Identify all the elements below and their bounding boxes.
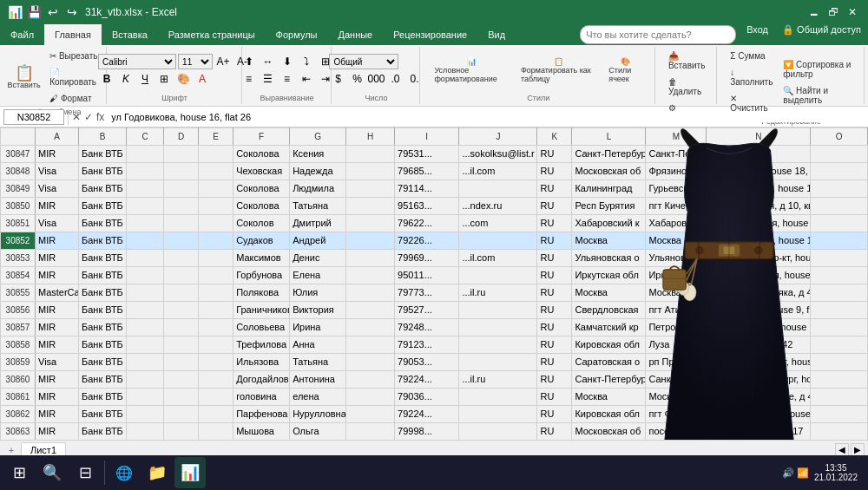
redo-quick-btn[interactable]: ↪ [64, 4, 80, 20]
cell-M[interactable]: Петропав [646, 319, 707, 336]
cell-H[interactable] [346, 336, 395, 354]
cell-E[interactable] [199, 215, 233, 232]
cell-F[interactable]: Трефилова [233, 336, 290, 354]
row-number-cell[interactable]: 30857 [1, 319, 36, 336]
cell-C[interactable] [126, 284, 163, 302]
cell-H[interactable] [346, 302, 395, 319]
col-header-L[interactable]: L [572, 128, 646, 146]
cell-C[interactable] [126, 371, 163, 389]
cut-btn[interactable]: ✂ Вырезать [45, 49, 105, 63]
cell-G[interactable]: Денис [290, 250, 346, 267]
table-row[interactable]: 30858MIRБанк ВТБТрефиловаАнна79123...RUК… [1, 336, 868, 354]
cell-M[interactable]: Ульяновс [646, 250, 707, 267]
col-header-J[interactable]: J [459, 128, 537, 146]
cell-O[interactable] [811, 371, 868, 389]
tab-review[interactable]: Рецензирование [383, 24, 477, 45]
cell-B[interactable]: Банк ВТБ [79, 198, 127, 215]
cell-N[interactable]: ул Таллинская, д 10, кв 6 [707, 198, 811, 215]
cell-O[interactable] [811, 284, 868, 302]
cell-O[interactable] [811, 389, 868, 406]
cell-D[interactable] [164, 302, 199, 319]
table-row[interactable]: 30860MIRБанк ВТБДогодайловАнтонина79224.… [1, 371, 868, 389]
cell-B[interactable]: Банк ВТБ [79, 336, 127, 354]
cell-L[interactable]: Иркутская обл [572, 267, 646, 284]
table-row[interactable]: 30852MIRБанк ВТБСудаковАндрей79226...RUМ… [1, 232, 868, 250]
sort-filter-btn[interactable]: 🔽 Сортировка и фильтр [779, 57, 857, 82]
cell-C[interactable] [126, 406, 163, 423]
cell-I[interactable]: 79527... [395, 302, 459, 319]
decrease-decimal-btn[interactable]: 0. [405, 71, 423, 87]
cell-L[interactable]: Ульяновская о [572, 250, 646, 267]
cell-L[interactable]: Москва [572, 284, 646, 302]
border-btn[interactable]: ⊞ [155, 71, 173, 87]
cell-I[interactable]: 79622... [395, 215, 459, 232]
cell-A[interactable]: MIR [36, 198, 79, 215]
cell-J[interactable]: ...il.com [459, 250, 537, 267]
cell-I[interactable]: 79969... [395, 250, 459, 267]
fill-btn[interactable]: ↓ Заполнить [726, 65, 777, 89]
align-top-btn[interactable]: ⬆ [240, 54, 258, 69]
cell-B[interactable]: Банк ВТБ [79, 354, 127, 371]
cell-M[interactable]: Москва [646, 389, 707, 406]
col-header-M[interactable]: M [646, 128, 707, 146]
cell-F[interactable]: Парфенова [233, 406, 290, 423]
align-right-btn[interactable]: ≡ [279, 71, 296, 87]
cell-reference[interactable] [3, 109, 64, 125]
row-number-cell[interactable]: 30850 [1, 198, 36, 215]
cell-E[interactable] [199, 180, 233, 198]
cell-M[interactable]: рп Приво. [646, 354, 707, 371]
formula-input[interactable] [108, 112, 865, 122]
cell-M[interactable]: Луза [646, 336, 707, 354]
row-number-cell[interactable]: 30862 [1, 406, 36, 423]
cell-O[interactable] [811, 319, 868, 336]
cell-D[interactable] [164, 389, 199, 406]
cell-F[interactable]: Судаков [233, 232, 290, 250]
cell-G[interactable]: Людмила [290, 180, 346, 198]
table-format-btn[interactable]: 📋 Форматировать как таблицу [516, 54, 602, 87]
cell-D[interactable] [164, 198, 199, 215]
cell-N[interactable] [707, 146, 811, 163]
cell-M[interactable]: пгт Фален [646, 406, 707, 423]
cell-E[interactable] [199, 389, 233, 406]
cell-I[interactable]: 79685... [395, 163, 459, 180]
cell-D[interactable] [164, 336, 199, 354]
cell-E[interactable] [199, 250, 233, 267]
cell-E[interactable] [199, 423, 233, 441]
function-icon[interactable]: fx [96, 111, 104, 123]
cell-E[interactable] [199, 232, 233, 250]
cell-F[interactable]: Соколов [233, 215, 290, 232]
cell-M[interactable]: Москва [646, 284, 707, 302]
cell-O[interactable] [811, 146, 868, 163]
cell-K[interactable]: RU [537, 319, 572, 336]
cell-H[interactable] [346, 371, 395, 389]
col-header-N[interactable]: N [707, 128, 811, 146]
cell-D[interactable] [164, 267, 199, 284]
cell-K[interactable]: RU [537, 146, 572, 163]
explorer-btn[interactable]: 📁 [141, 457, 173, 488]
ribbon-search[interactable] [580, 25, 736, 44]
cell-K[interactable]: RU [537, 267, 572, 284]
cell-J[interactable] [459, 180, 537, 198]
cell-D[interactable] [164, 250, 199, 267]
cell-N[interactable]: ул Горького, house 18, fl [707, 163, 811, 180]
cell-L[interactable]: Хабаровский к [572, 215, 646, 232]
cell-E[interactable] [199, 163, 233, 180]
insert-cells-btn[interactable]: 📥 Вставить [664, 49, 709, 73]
cell-C[interactable] [126, 319, 163, 336]
cell-L[interactable]: Саратовская о [572, 354, 646, 371]
cell-M[interactable]: Иркутск [646, 267, 707, 284]
cell-B[interactable]: Банк ВТБ [79, 302, 127, 319]
cell-K[interactable]: RU [537, 198, 572, 215]
cell-O[interactable] [811, 406, 868, 423]
cell-L[interactable]: Респ Бурятия [572, 198, 646, 215]
cell-F[interactable]: Граничников [233, 302, 290, 319]
decrease-indent-btn[interactable]: ⇤ [298, 71, 315, 87]
cell-N[interactable]: ул Байкальская, house 201 [707, 267, 811, 284]
cell-G[interactable]: Ирина [290, 319, 346, 336]
cell-B[interactable]: Банк ВТБ [79, 389, 127, 406]
cell-M[interactable]: пгт Кичер [646, 198, 707, 215]
align-bottom-btn[interactable]: ⬇ [279, 54, 296, 69]
cell-H[interactable] [346, 163, 395, 180]
cell-H[interactable] [346, 319, 395, 336]
increase-decimal-btn[interactable]: .0 [386, 71, 404, 87]
